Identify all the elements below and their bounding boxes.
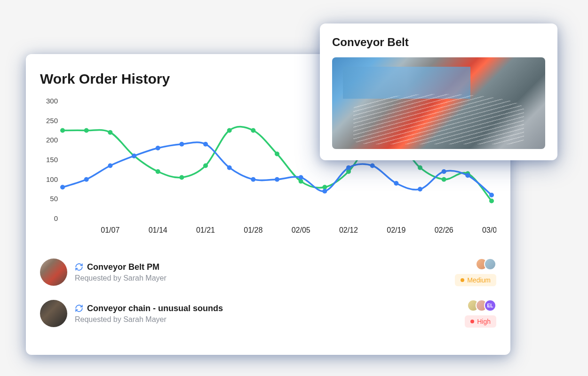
svg-point-53 [489, 193, 494, 197]
work-order-requester: Requested by Sarah Mayer [75, 315, 457, 324]
work-order-title: Conveyor Belt PM [87, 262, 159, 272]
svg-text:01/28: 01/28 [244, 226, 262, 234]
svg-point-51 [442, 169, 446, 174]
svg-point-36 [84, 177, 89, 182]
work-order-list: Conveyor Belt PM Requested by Sarah Maye… [40, 251, 496, 334]
svg-point-42 [227, 165, 232, 170]
svg-point-46 [322, 189, 327, 194]
svg-point-22 [203, 164, 208, 168]
work-order-thumbnail [40, 300, 67, 327]
svg-point-24 [251, 128, 255, 133]
svg-point-45 [299, 175, 303, 180]
svg-point-41 [203, 142, 208, 147]
svg-point-35 [60, 185, 65, 189]
work-order-thumbnail [40, 258, 67, 286]
svg-point-20 [156, 169, 160, 174]
priority-badge: High [465, 315, 496, 328]
recurring-icon [75, 304, 83, 313]
svg-point-16 [60, 128, 65, 133]
asset-popup-card: Conveyor Belt [320, 24, 557, 160]
svg-point-49 [394, 181, 398, 186]
svg-text:0: 0 [54, 214, 58, 222]
svg-point-44 [275, 177, 279, 182]
priority-badge: Medium [455, 274, 496, 286]
work-order-row[interactable]: Conveyor Belt PM Requested by Sarah Maye… [40, 251, 496, 293]
svg-point-17 [84, 128, 89, 133]
svg-point-23 [227, 128, 232, 133]
svg-text:300: 300 [46, 97, 58, 105]
assignee-avatars [476, 258, 496, 270]
avatar[interactable]: EL [484, 299, 496, 312]
svg-text:01/14: 01/14 [149, 226, 167, 234]
svg-text:02/12: 02/12 [339, 226, 358, 234]
recurring-icon [75, 263, 83, 271]
svg-point-48 [370, 164, 375, 168]
svg-point-37 [108, 164, 112, 168]
svg-point-31 [418, 165, 422, 170]
svg-point-32 [442, 177, 446, 182]
svg-text:200: 200 [46, 136, 58, 144]
svg-point-21 [179, 175, 184, 180]
svg-text:02/26: 02/26 [435, 226, 453, 234]
svg-text:100: 100 [46, 175, 58, 183]
svg-point-40 [179, 142, 184, 147]
priority-dot-icon [470, 320, 474, 323]
svg-text:02/19: 02/19 [387, 226, 405, 234]
avatar[interactable] [484, 258, 496, 270]
svg-text:150: 150 [46, 156, 58, 164]
svg-point-38 [132, 154, 136, 158]
work-order-row[interactable]: Conveyor chain - unusual sounds Requeste… [40, 293, 496, 334]
asset-popup-title: Conveyor Belt [332, 36, 545, 49]
assignee-avatars: EL [467, 299, 496, 312]
asset-popup-image [332, 57, 545, 149]
svg-text:250: 250 [46, 117, 58, 125]
work-order-body: Conveyor Belt PM Requested by Sarah Maye… [75, 262, 447, 282]
svg-text:50: 50 [50, 195, 58, 203]
svg-point-25 [275, 152, 279, 157]
svg-point-34 [489, 199, 494, 204]
svg-point-43 [251, 177, 255, 182]
priority-dot-icon [461, 278, 464, 282]
work-order-title: Conveyor chain - unusual sounds [87, 304, 223, 313]
svg-text:02/05: 02/05 [292, 226, 310, 234]
svg-point-47 [346, 165, 351, 170]
work-order-body: Conveyor chain - unusual sounds Requeste… [75, 304, 457, 324]
svg-text:03/06: 03/06 [482, 226, 496, 234]
svg-text:01/07: 01/07 [101, 226, 119, 234]
svg-point-18 [108, 130, 112, 135]
svg-point-39 [156, 146, 160, 150]
work-order-requester: Requested by Sarah Mayer [75, 274, 447, 282]
priority-label: Medium [467, 276, 491, 284]
priority-label: High [477, 318, 491, 325]
svg-point-52 [465, 173, 470, 178]
svg-text:01/21: 01/21 [196, 226, 215, 234]
svg-point-50 [418, 187, 422, 192]
